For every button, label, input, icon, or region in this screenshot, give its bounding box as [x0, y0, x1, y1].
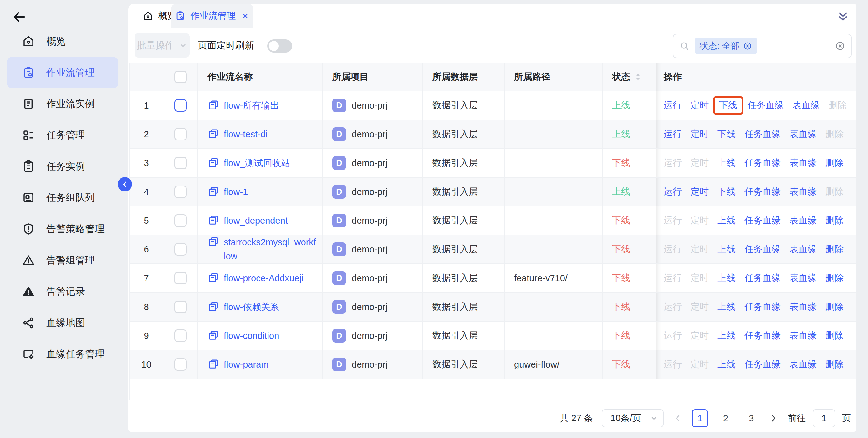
prev-page-icon[interactable] — [673, 413, 683, 424]
action-link[interactable]: 任务血缘 — [744, 128, 781, 140]
workflow-link[interactable]: flow_测试回收站 — [208, 156, 290, 170]
action-link[interactable]: 删除 — [826, 358, 844, 371]
action-link-disabled[interactable]: 定时 — [690, 272, 709, 284]
action-link[interactable]: 表血缘 — [789, 157, 817, 169]
workflow-link[interactable]: starrocks2mysql_workflow — [208, 235, 318, 263]
row-checkbox[interactable] — [174, 186, 187, 198]
action-link[interactable]: 运行 — [664, 99, 682, 112]
action-link[interactable]: 运行 — [664, 128, 682, 140]
workflow-link[interactable]: flow-依赖关系 — [208, 300, 279, 314]
action-link-disabled[interactable]: 运行 — [664, 214, 682, 227]
page-button-2[interactable]: 2 — [717, 409, 734, 427]
auto-refresh-toggle[interactable] — [267, 39, 292, 53]
action-link[interactable]: 删除 — [826, 272, 844, 284]
sidebar-item-1[interactable]: 作业流管理 — [7, 57, 118, 88]
action-link-disabled[interactable]: 运行 — [664, 330, 682, 342]
row-checkbox[interactable] — [174, 301, 187, 313]
action-link[interactable]: 表血缘 — [789, 214, 817, 227]
goto-page-input[interactable] — [813, 409, 835, 427]
action-link[interactable]: 删除 — [826, 330, 844, 342]
action-link[interactable]: 删除 — [826, 243, 844, 256]
back-arrow-icon[interactable] — [12, 9, 27, 24]
close-icon[interactable] — [241, 11, 250, 20]
action-link-disabled[interactable]: 运行 — [664, 301, 682, 313]
action-link[interactable]: 任务血缘 — [747, 99, 784, 112]
workflow-name[interactable]: flow-param — [224, 357, 269, 372]
action-link[interactable]: 表血缘 — [793, 99, 820, 112]
action-link-disabled[interactable]: 运行 — [664, 157, 682, 169]
action-link[interactable]: 下线 — [717, 186, 736, 198]
chevrons-down-icon[interactable] — [835, 8, 851, 25]
action-link[interactable]: 定时 — [690, 128, 709, 140]
action-link[interactable]: 任务血缘 — [744, 301, 781, 313]
action-link[interactable]: 下线 — [717, 128, 736, 140]
action-link-disabled[interactable]: 删除 — [826, 186, 844, 198]
status-filter-tag[interactable]: 状态: 全部 — [695, 38, 757, 54]
workflow-name[interactable]: flow-1 — [224, 185, 248, 199]
workflow-link[interactable]: flow-所有输出 — [208, 98, 279, 113]
workflow-name[interactable]: starrocks2mysql_workflow — [224, 235, 318, 263]
action-link[interactable]: 定时 — [690, 99, 709, 112]
action-link[interactable]: 表血缘 — [789, 358, 817, 371]
action-link-disabled[interactable]: 删除 — [829, 99, 847, 112]
sidebar-item-0[interactable]: 概览 — [7, 26, 118, 57]
workflow-link[interactable]: flow-test-di — [208, 127, 268, 142]
action-link[interactable]: 下线 — [713, 96, 743, 115]
workflow-link[interactable]: flow-proce-Addxueji — [208, 271, 304, 285]
action-link-disabled[interactable]: 定时 — [690, 301, 709, 313]
sidebar-item-5[interactable]: 任务组队列 — [7, 182, 118, 213]
next-page-icon[interactable] — [768, 413, 779, 424]
action-link[interactable]: 表血缘 — [789, 272, 817, 284]
action-link[interactable]: 上线 — [717, 272, 736, 284]
row-checkbox[interactable] — [174, 330, 187, 342]
clear-search-icon[interactable] — [835, 41, 845, 51]
action-link[interactable]: 删除 — [826, 301, 844, 313]
action-link-disabled[interactable]: 运行 — [664, 358, 682, 371]
action-link-disabled[interactable]: 定时 — [690, 358, 709, 371]
row-checkbox[interactable] — [174, 128, 187, 140]
action-link-disabled[interactable]: 定时 — [690, 330, 709, 342]
workflow-link[interactable]: flow-param — [208, 357, 269, 372]
sidebar-item-7[interactable]: 告警组管理 — [7, 245, 118, 276]
workflow-name[interactable]: flow-所有输出 — [224, 98, 279, 113]
action-link-disabled[interactable]: 运行 — [664, 243, 682, 256]
tab-workflow-management[interactable]: 作业流管理 — [171, 4, 253, 28]
action-link[interactable]: 任务血缘 — [744, 272, 781, 284]
sidebar-item-3[interactable]: 任务管理 — [7, 120, 118, 151]
action-link[interactable]: 表血缘 — [789, 243, 817, 256]
search-box[interactable]: 状态: 全部 — [673, 34, 852, 58]
batch-actions-button[interactable]: 批量操作 — [134, 33, 190, 58]
workflow-name[interactable]: flow_测试回收站 — [224, 156, 290, 170]
action-link[interactable]: 任务血缘 — [744, 157, 781, 169]
select-all-checkbox[interactable] — [174, 71, 187, 83]
row-checkbox[interactable] — [174, 157, 187, 169]
row-checkbox[interactable] — [174, 243, 187, 256]
workflow-name[interactable]: flow-依赖关系 — [224, 300, 279, 314]
action-link[interactable]: 上线 — [717, 330, 736, 342]
action-link[interactable]: 定时 — [690, 186, 709, 198]
action-link[interactable]: 上线 — [717, 358, 736, 371]
sidebar-item-8[interactable]: 告警记录 — [7, 276, 118, 307]
page-button-1[interactable]: 1 — [692, 409, 708, 427]
action-link[interactable]: 上线 — [717, 214, 736, 227]
action-link[interactable]: 表血缘 — [789, 128, 817, 140]
row-checkbox[interactable] — [174, 272, 187, 284]
sidebar-item-9[interactable]: 血缘地图 — [7, 307, 118, 339]
action-link-disabled[interactable]: 定时 — [690, 243, 709, 256]
action-link[interactable]: 任务血缘 — [744, 330, 781, 342]
workflow-name[interactable]: flow-proce-Addxueji — [224, 271, 304, 285]
row-checkbox[interactable] — [174, 99, 187, 112]
action-link[interactable]: 上线 — [717, 157, 736, 169]
sidebar-item-4[interactable]: 任务实例 — [7, 151, 118, 182]
page-size-select[interactable]: 10条/页 — [602, 409, 664, 427]
sort-icon[interactable] — [633, 72, 643, 82]
search-input[interactable] — [762, 41, 830, 51]
tag-remove-icon[interactable] — [743, 41, 752, 51]
sidebar-item-2[interactable]: 作业流实例 — [7, 88, 118, 120]
row-checkbox[interactable] — [174, 214, 187, 227]
workflow-name[interactable]: flow_dependent — [224, 214, 288, 228]
action-link[interactable]: 上线 — [717, 301, 736, 313]
action-link[interactable]: 任务血缘 — [744, 186, 781, 198]
action-link[interactable]: 表血缘 — [789, 301, 817, 313]
sidebar-item-10[interactable]: 血缘任务管理 — [7, 339, 118, 370]
